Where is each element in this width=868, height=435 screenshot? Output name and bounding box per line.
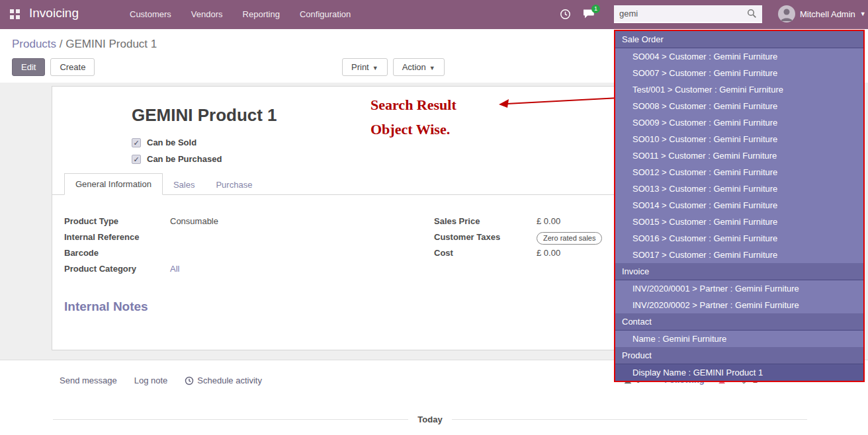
schedule-activity-button[interactable]: Schedule activity	[185, 376, 262, 385]
user-caret-icon: ▼	[860, 11, 866, 17]
action-button[interactable]: Action▼	[393, 58, 445, 76]
field-label-customer-taxes: Customer Taxes	[434, 232, 537, 242]
main-menu: CustomersVendorsReportingConfiguration	[130, 9, 351, 19]
schedule-clock-icon	[185, 376, 194, 385]
tab-general-information[interactable]: General Information	[64, 173, 163, 195]
field-value-sales-price: £ 0.00	[537, 216, 560, 226]
print-caret-icon: ▼	[372, 65, 378, 71]
nav-menu-configuration[interactable]: Configuration	[300, 9, 351, 19]
activities-clock-icon[interactable]	[560, 9, 571, 22]
field-value-customer-taxes: Zero rated sales	[537, 232, 602, 245]
field-label-internal-reference: Internal Reference	[64, 232, 170, 242]
search-result-item[interactable]: SO010 > Customer : Gemini Furniture	[615, 131, 863, 147]
page: Invoicing CustomersVendorsReportingConfi…	[0, 0, 868, 435]
annotation-arrow	[498, 91, 622, 112]
field-label-product-type: Product Type	[64, 216, 170, 226]
tab-sales[interactable]: Sales	[163, 175, 206, 195]
breadcrumb-separator: /	[60, 38, 65, 50]
breadcrumb: Products / GEMINI Product 1	[12, 38, 157, 51]
annotation-line1: Search Result	[370, 97, 456, 114]
log-note-button[interactable]: Log note	[134, 376, 168, 385]
search-result-item[interactable]: SO014 > Customer : Gemini Furniture	[615, 197, 863, 214]
search-result-item[interactable]: Test/001 > Customer : Gemini Furniture	[615, 81, 863, 98]
product-title: GEMINI Product 1	[132, 105, 277, 126]
nav-menu-customers[interactable]: Customers	[130, 9, 171, 19]
user-avatar	[778, 5, 795, 22]
breadcrumb-products[interactable]: Products	[12, 38, 56, 50]
nav-menu-reporting[interactable]: Reporting	[243, 9, 280, 19]
search-result-item[interactable]: SO009 > Customer : Gemini Furniture	[615, 114, 863, 131]
search-result-item[interactable]: SO012 > Customer : Gemini Furniture	[615, 164, 863, 180]
search-group-header-invoice: Invoice	[615, 263, 863, 280]
search-result-item[interactable]: Name : Gemini Furniture	[615, 331, 863, 347]
user-name: Mitchell Admin	[800, 9, 855, 19]
app-title[interactable]: Invoicing	[29, 6, 79, 20]
checkbox-can-be-purchased[interactable]: ✓	[132, 155, 141, 164]
breadcrumb-current: GEMINI Product 1	[65, 38, 157, 50]
search-icon[interactable]	[747, 9, 762, 19]
print-action-buttons: Print▼ Action▼	[342, 58, 445, 76]
apps-grid-icon[interactable]	[9, 9, 21, 22]
field-label-sales-price: Sales Price	[434, 216, 537, 226]
search-result-item[interactable]: SO011 > Customer : Gemini Furniture	[615, 147, 863, 164]
top-navbar: Invoicing CustomersVendorsReportingConfi…	[0, 0, 868, 29]
search-result-item[interactable]: SO016 > Customer : Gemini Furniture	[615, 230, 863, 247]
checkbox-can-be-sold[interactable]: ✓	[132, 138, 141, 147]
global-search-dropdown: Sale OrderSO004 > Customer : Gemini Furn…	[614, 30, 865, 382]
messages-badge: 1	[591, 5, 600, 13]
form-buttons: Edit Create	[12, 58, 95, 76]
search-result-item[interactable]: Display Name : GEMINI Product 1	[615, 364, 863, 381]
global-search	[614, 5, 762, 23]
search-group-header-sale-order: Sale Order	[615, 31, 863, 48]
field-value-product-category[interactable]: All	[170, 264, 179, 274]
search-result-item[interactable]: INV/2020/0001 > Partner : Gemini Furnitu…	[615, 280, 863, 297]
today-divider: Today	[53, 415, 807, 424]
search-group-header-product: Product	[615, 347, 863, 364]
checkbox-label: Can be Sold	[147, 138, 196, 147]
messages-icon[interactable]: 1	[582, 8, 595, 22]
field-value-cost: £ 0.00	[537, 248, 560, 258]
search-result-item[interactable]: INV/2020/0002 > Partner : Gemini Furnitu…	[615, 297, 863, 313]
nav-menu-vendors[interactable]: Vendors	[191, 9, 223, 19]
field-value-product-type: Consumable	[170, 216, 218, 226]
product-flags: ✓Can be Sold✓Can be Purchased	[132, 134, 222, 167]
annotation-line2: Object Wise.	[370, 121, 450, 138]
search-group-header-contact: Contact	[615, 313, 863, 331]
chatter-actions: Send message Log note Schedule activity	[60, 376, 262, 385]
edit-button[interactable]: Edit	[12, 58, 45, 76]
send-message-button[interactable]: Send message	[60, 376, 117, 385]
fields-left-column: Product TypeConsumableInternal Reference…	[64, 216, 349, 280]
print-button[interactable]: Print▼	[342, 58, 388, 76]
search-result-item[interactable]: SO008 > Customer : Gemini Furniture	[615, 98, 863, 114]
field-label-barcode: Barcode	[64, 248, 170, 258]
search-result-item[interactable]: SO004 > Customer : Gemini Furniture	[615, 48, 863, 65]
checkbox-label: Can be Purchased	[147, 154, 222, 164]
field-label-cost: Cost	[434, 248, 537, 258]
create-button[interactable]: Create	[50, 58, 95, 76]
internal-notes-heading: Internal Notes	[64, 299, 148, 314]
search-input[interactable]	[614, 9, 747, 19]
field-label-product-category: Product Category	[64, 264, 170, 274]
action-caret-icon: ▼	[429, 65, 435, 71]
tab-purchase[interactable]: Purchase	[205, 175, 263, 195]
search-result-item[interactable]: SO015 > Customer : Gemini Furniture	[615, 214, 863, 230]
search-result-item[interactable]: SO007 > Customer : Gemini Furniture	[615, 65, 863, 81]
user-menu[interactable]: Mitchell Admin ▼	[778, 5, 866, 22]
search-result-item[interactable]: SO017 > Customer : Gemini Furniture	[615, 247, 863, 263]
search-result-item[interactable]: SO013 > Customer : Gemini Furniture	[615, 180, 863, 197]
